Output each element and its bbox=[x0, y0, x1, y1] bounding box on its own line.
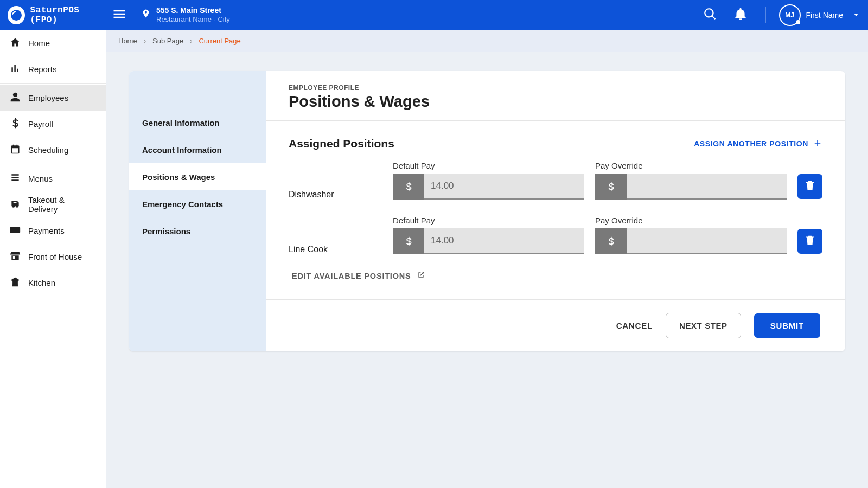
default-pay-input[interactable] bbox=[424, 228, 584, 254]
sidebar-item-takeout[interactable]: Takeout & Delivery bbox=[0, 191, 106, 217]
breadcrumb-home[interactable]: Home bbox=[118, 37, 137, 45]
sidebar-item-label: Home bbox=[28, 38, 50, 48]
search-button[interactable] bbox=[698, 3, 722, 27]
card-icon bbox=[10, 224, 21, 237]
profile-card: General Information Account Information … bbox=[129, 71, 845, 351]
storefront-icon bbox=[10, 251, 21, 263]
cancel-button[interactable]: CANCEL bbox=[616, 321, 653, 330]
location-line1: 555 S. Main Street bbox=[156, 6, 230, 15]
sidebar-item-menus[interactable]: Menus bbox=[0, 165, 106, 191]
sidebar-item-label: Menus bbox=[28, 174, 53, 183]
default-pay-label: Default Pay bbox=[393, 216, 584, 225]
dollar-icon bbox=[393, 174, 424, 200]
location-selector[interactable]: 555 S. Main Street Restaurant Name - Cit… bbox=[132, 6, 230, 23]
sidebar-item-label: Reports bbox=[28, 65, 57, 74]
location-line2: Restaurant Name - City bbox=[156, 15, 230, 24]
avatar-initials: MJ bbox=[785, 11, 794, 19]
pay-override-input[interactable] bbox=[627, 174, 787, 200]
sidebar-item-employees[interactable]: Employees bbox=[0, 85, 106, 111]
breadcrumb-sub[interactable]: Sub Page bbox=[152, 37, 183, 45]
section-title: Assigned Positions bbox=[289, 137, 394, 150]
sidebar-item-scheduling[interactable]: Scheduling bbox=[0, 137, 106, 163]
next-step-button[interactable]: NEXT STEP bbox=[666, 313, 741, 338]
tab-emergency-contacts[interactable]: Emergency Contacts bbox=[129, 190, 266, 217]
person-icon bbox=[10, 92, 21, 104]
pay-override-input[interactable] bbox=[627, 228, 787, 254]
chevron-down-icon bbox=[854, 14, 858, 16]
avatar: MJ bbox=[779, 4, 801, 26]
hamburger-icon bbox=[112, 7, 127, 24]
brand-name: SaturnPOS (FPO) bbox=[30, 5, 106, 25]
sidebar-item-label: Takeout & Delivery bbox=[28, 195, 96, 214]
bar-chart-icon bbox=[10, 63, 21, 75]
trash-icon bbox=[804, 234, 816, 248]
assign-link-label: ASSIGN ANOTHER POSITION bbox=[694, 139, 808, 148]
sidebar-item-kitchen[interactable]: Kitchen bbox=[0, 269, 106, 296]
profile-sub-tabs: General Information Account Information … bbox=[129, 71, 266, 351]
notifications-button[interactable] bbox=[729, 3, 752, 27]
page-title: Positions & Wages bbox=[289, 93, 822, 111]
user-menu[interactable]: MJ First Name bbox=[779, 4, 858, 26]
sidebar-item-label: Scheduling bbox=[28, 145, 68, 155]
dollar-icon bbox=[595, 228, 627, 254]
breadcrumb: Home › Sub Page › Current Page bbox=[106, 30, 868, 52]
card-footer: CANCEL NEXT STEP SUBMIT bbox=[266, 299, 845, 351]
sidebar-item-payments[interactable]: Payments bbox=[0, 217, 106, 243]
submit-button[interactable]: SUBMIT bbox=[754, 313, 820, 338]
search-icon bbox=[703, 7, 717, 23]
position-name: Line Cook bbox=[289, 245, 382, 254]
delivery-icon bbox=[10, 198, 21, 211]
topbar-actions: MJ First Name bbox=[698, 3, 868, 27]
sidebar-item-home[interactable]: Home bbox=[0, 30, 106, 56]
location-text: 555 S. Main Street Restaurant Name - Cit… bbox=[156, 6, 230, 23]
sidebar-item-foh[interactable]: Front of House bbox=[0, 243, 106, 269]
sidebar-item-label: Payroll bbox=[28, 119, 53, 129]
position-name: Dishwasher bbox=[289, 190, 382, 200]
open-in-new-icon bbox=[417, 271, 425, 281]
sidebar: Home Reports Employees Payroll Schedulin… bbox=[0, 30, 106, 488]
list-icon bbox=[10, 172, 21, 185]
trash-icon bbox=[804, 179, 816, 194]
card-header: EMPLOYEE PROFILE Positions & Wages bbox=[266, 71, 845, 121]
position-row: DishwasherDefault PayPay Override bbox=[289, 161, 822, 200]
dollar-icon bbox=[595, 174, 627, 200]
default-pay-input[interactable] bbox=[424, 174, 584, 200]
edit-link-label: EDIT AVAILABLE POSITIONS bbox=[292, 272, 411, 280]
eyebrow: EMPLOYEE PROFILE bbox=[289, 84, 822, 92]
brand[interactable]: SaturnPOS (FPO) bbox=[0, 5, 106, 25]
calendar-icon bbox=[10, 144, 21, 156]
tab-general-information[interactable]: General Information bbox=[129, 109, 266, 136]
chef-icon bbox=[10, 277, 21, 289]
menu-toggle-button[interactable] bbox=[106, 7, 132, 24]
tab-account-information[interactable]: Account Information bbox=[129, 136, 266, 163]
dollar-icon bbox=[10, 118, 21, 130]
chevron-right-icon: › bbox=[190, 37, 192, 45]
delete-position-button[interactable] bbox=[797, 229, 822, 254]
edit-available-positions-link[interactable]: EDIT AVAILABLE POSITIONS bbox=[289, 271, 822, 281]
bell-icon bbox=[733, 7, 748, 23]
default-pay-label: Default Pay bbox=[393, 161, 584, 170]
dollar-icon bbox=[393, 228, 424, 254]
pay-override-label: Pay Override bbox=[595, 216, 787, 225]
pay-override-label: Pay Override bbox=[595, 161, 787, 170]
chevron-right-icon: › bbox=[144, 37, 146, 45]
tab-positions-wages[interactable]: Positions & Wages bbox=[129, 163, 266, 190]
sidebar-item-label: Kitchen bbox=[28, 278, 55, 287]
plus-icon bbox=[813, 138, 822, 150]
position-row: Line CookDefault PayPay Override bbox=[289, 216, 822, 254]
assign-another-position-link[interactable]: ASSIGN ANOTHER POSITION bbox=[694, 138, 822, 150]
user-display-name: First Name bbox=[806, 11, 843, 20]
divider bbox=[765, 7, 766, 23]
sidebar-item-label: Payments bbox=[28, 226, 65, 235]
breadcrumb-current: Current Page bbox=[199, 37, 240, 45]
topbar: SaturnPOS (FPO) 555 S. Main Street Resta… bbox=[0, 0, 868, 30]
brand-logo-icon bbox=[8, 6, 25, 24]
sidebar-item-label: Employees bbox=[28, 93, 68, 102]
sidebar-item-reports[interactable]: Reports bbox=[0, 56, 106, 82]
sidebar-item-label: Front of House bbox=[28, 252, 82, 261]
pin-icon bbox=[141, 9, 151, 21]
home-icon bbox=[10, 37, 21, 49]
sidebar-item-payroll[interactable]: Payroll bbox=[0, 111, 106, 137]
tab-permissions[interactable]: Permissions bbox=[129, 217, 266, 245]
delete-position-button[interactable] bbox=[797, 174, 822, 199]
